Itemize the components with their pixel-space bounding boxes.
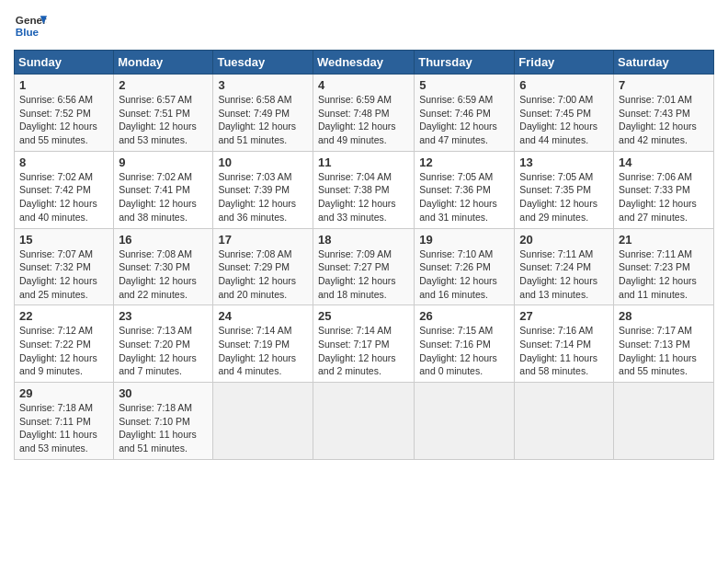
day-info: Sunrise: 7:06 AM Sunset: 7:33 PM Dayligh…	[619, 170, 709, 224]
day-number: 18	[318, 233, 409, 247]
logo: General Blue	[14, 9, 47, 42]
week-row-4: 22Sunrise: 7:12 AM Sunset: 7:22 PM Dayli…	[15, 305, 714, 383]
calendar-cell	[415, 383, 515, 460]
day-info: Sunrise: 7:14 AM Sunset: 7:17 PM Dayligh…	[318, 324, 409, 378]
col-header-wednesday: Wednesday	[313, 51, 414, 75]
calendar-cell	[614, 383, 714, 460]
calendar-cell: 21Sunrise: 7:11 AM Sunset: 7:23 PM Dayli…	[614, 228, 714, 305]
day-info: Sunrise: 6:57 AM Sunset: 7:51 PM Dayligh…	[119, 93, 208, 147]
col-header-monday: Monday	[114, 51, 213, 75]
week-row-3: 15Sunrise: 7:07 AM Sunset: 7:32 PM Dayli…	[15, 228, 714, 305]
calendar-cell: 11Sunrise: 7:04 AM Sunset: 7:38 PM Dayli…	[313, 151, 414, 228]
day-number: 4	[318, 78, 409, 92]
header-row: SundayMondayTuesdayWednesdayThursdayFrid…	[15, 51, 714, 75]
day-info: Sunrise: 7:11 AM Sunset: 7:23 PM Dayligh…	[619, 247, 709, 302]
calendar-cell: 15Sunrise: 7:07 AM Sunset: 7:32 PM Dayli…	[15, 228, 114, 305]
day-info: Sunrise: 7:17 AM Sunset: 7:13 PM Dayligh…	[619, 324, 709, 378]
svg-text:Blue: Blue	[16, 26, 40, 38]
day-info: Sunrise: 7:12 AM Sunset: 7:22 PM Dayligh…	[19, 324, 108, 378]
day-info: Sunrise: 7:13 AM Sunset: 7:20 PM Dayligh…	[119, 324, 208, 378]
day-info: Sunrise: 7:18 AM Sunset: 7:10 PM Dayligh…	[119, 401, 208, 455]
day-info: Sunrise: 7:15 AM Sunset: 7:16 PM Dayligh…	[419, 324, 509, 378]
col-header-thursday: Thursday	[415, 51, 515, 75]
calendar-cell	[515, 383, 614, 460]
calendar-cell: 2Sunrise: 6:57 AM Sunset: 7:51 PM Daylig…	[114, 75, 213, 152]
calendar-cell: 25Sunrise: 7:14 AM Sunset: 7:17 PM Dayli…	[313, 305, 414, 383]
day-info: Sunrise: 7:16 AM Sunset: 7:14 PM Dayligh…	[519, 324, 609, 378]
calendar-cell: 29Sunrise: 7:18 AM Sunset: 7:11 PM Dayli…	[15, 383, 114, 460]
day-number: 22	[19, 309, 108, 323]
calendar-cell: 18Sunrise: 7:09 AM Sunset: 7:27 PM Dayli…	[313, 228, 414, 305]
day-number: 20	[519, 233, 609, 247]
calendar-cell: 28Sunrise: 7:17 AM Sunset: 7:13 PM Dayli…	[614, 305, 714, 383]
day-number: 21	[619, 233, 709, 247]
col-header-sunday: Sunday	[15, 51, 114, 75]
day-info: Sunrise: 7:05 AM Sunset: 7:36 PM Dayligh…	[419, 170, 509, 224]
day-info: Sunrise: 7:10 AM Sunset: 7:26 PM Dayligh…	[419, 247, 509, 302]
day-number: 15	[19, 233, 108, 247]
calendar-header: SundayMondayTuesdayWednesdayThursdayFrid…	[15, 51, 714, 75]
day-info: Sunrise: 7:05 AM Sunset: 7:35 PM Dayligh…	[519, 170, 609, 224]
day-number: 26	[419, 309, 509, 323]
day-info: Sunrise: 7:07 AM Sunset: 7:32 PM Dayligh…	[19, 247, 108, 302]
day-info: Sunrise: 7:01 AM Sunset: 7:43 PM Dayligh…	[619, 93, 709, 147]
calendar-cell: 5Sunrise: 6:59 AM Sunset: 7:46 PM Daylig…	[415, 75, 515, 152]
calendar-cell: 10Sunrise: 7:03 AM Sunset: 7:39 PM Dayli…	[213, 151, 313, 228]
calendar-body: 1Sunrise: 6:56 AM Sunset: 7:52 PM Daylig…	[15, 75, 714, 460]
day-number: 5	[419, 78, 509, 92]
day-number: 23	[119, 309, 208, 323]
day-number: 24	[218, 309, 308, 323]
calendar-cell: 23Sunrise: 7:13 AM Sunset: 7:20 PM Dayli…	[114, 305, 213, 383]
week-row-5: 29Sunrise: 7:18 AM Sunset: 7:11 PM Dayli…	[15, 383, 714, 460]
day-info: Sunrise: 7:00 AM Sunset: 7:45 PM Dayligh…	[519, 93, 609, 147]
calendar-cell: 24Sunrise: 7:14 AM Sunset: 7:19 PM Dayli…	[213, 305, 313, 383]
day-info: Sunrise: 7:09 AM Sunset: 7:27 PM Dayligh…	[318, 247, 409, 302]
day-number: 3	[218, 78, 308, 92]
calendar-cell: 19Sunrise: 7:10 AM Sunset: 7:26 PM Dayli…	[415, 228, 515, 305]
day-number: 6	[519, 78, 609, 92]
col-header-friday: Friday	[515, 51, 614, 75]
day-number: 16	[119, 233, 208, 247]
col-header-saturday: Saturday	[614, 51, 714, 75]
calendar-cell: 8Sunrise: 7:02 AM Sunset: 7:42 PM Daylig…	[15, 151, 114, 228]
day-number: 28	[619, 309, 709, 323]
day-number: 1	[19, 78, 108, 92]
day-number: 19	[419, 233, 509, 247]
day-number: 7	[619, 78, 709, 92]
calendar-cell: 1Sunrise: 6:56 AM Sunset: 7:52 PM Daylig…	[15, 75, 114, 152]
day-info: Sunrise: 7:04 AM Sunset: 7:38 PM Dayligh…	[318, 170, 409, 224]
day-info: Sunrise: 7:08 AM Sunset: 7:29 PM Dayligh…	[218, 247, 308, 302]
day-info: Sunrise: 6:58 AM Sunset: 7:49 PM Dayligh…	[218, 93, 308, 147]
day-number: 11	[318, 155, 409, 169]
day-number: 29	[19, 386, 108, 400]
day-info: Sunrise: 7:08 AM Sunset: 7:30 PM Dayligh…	[119, 247, 208, 302]
calendar-cell: 26Sunrise: 7:15 AM Sunset: 7:16 PM Dayli…	[415, 305, 515, 383]
calendar-cell: 6Sunrise: 7:00 AM Sunset: 7:45 PM Daylig…	[515, 75, 614, 152]
day-info: Sunrise: 7:11 AM Sunset: 7:24 PM Dayligh…	[519, 247, 609, 302]
day-number: 9	[119, 155, 208, 169]
calendar-cell: 30Sunrise: 7:18 AM Sunset: 7:10 PM Dayli…	[114, 383, 213, 460]
calendar-cell	[213, 383, 313, 460]
day-number: 13	[519, 155, 609, 169]
day-number: 30	[119, 386, 208, 400]
calendar-cell: 7Sunrise: 7:01 AM Sunset: 7:43 PM Daylig…	[614, 75, 714, 152]
day-number: 12	[419, 155, 509, 169]
day-info: Sunrise: 6:59 AM Sunset: 7:46 PM Dayligh…	[419, 93, 509, 147]
calendar-table: SundayMondayTuesdayWednesdayThursdayFrid…	[14, 50, 714, 460]
day-number: 2	[119, 78, 208, 92]
day-number: 10	[218, 155, 308, 169]
day-number: 17	[218, 233, 308, 247]
calendar-cell: 3Sunrise: 6:58 AM Sunset: 7:49 PM Daylig…	[213, 75, 313, 152]
calendar-cell: 22Sunrise: 7:12 AM Sunset: 7:22 PM Dayli…	[15, 305, 114, 383]
day-info: Sunrise: 6:59 AM Sunset: 7:48 PM Dayligh…	[318, 93, 409, 147]
calendar-cell: 27Sunrise: 7:16 AM Sunset: 7:14 PM Dayli…	[515, 305, 614, 383]
day-info: Sunrise: 7:18 AM Sunset: 7:11 PM Dayligh…	[19, 401, 108, 455]
day-info: Sunrise: 7:02 AM Sunset: 7:41 PM Dayligh…	[119, 170, 208, 224]
day-info: Sunrise: 7:03 AM Sunset: 7:39 PM Dayligh…	[218, 170, 308, 224]
calendar-cell: 14Sunrise: 7:06 AM Sunset: 7:33 PM Dayli…	[614, 151, 714, 228]
calendar-cell: 4Sunrise: 6:59 AM Sunset: 7:48 PM Daylig…	[313, 75, 414, 152]
day-info: Sunrise: 6:56 AM Sunset: 7:52 PM Dayligh…	[19, 93, 108, 147]
calendar-cell: 17Sunrise: 7:08 AM Sunset: 7:29 PM Dayli…	[213, 228, 313, 305]
week-row-1: 1Sunrise: 6:56 AM Sunset: 7:52 PM Daylig…	[15, 75, 714, 152]
calendar-cell	[313, 383, 414, 460]
